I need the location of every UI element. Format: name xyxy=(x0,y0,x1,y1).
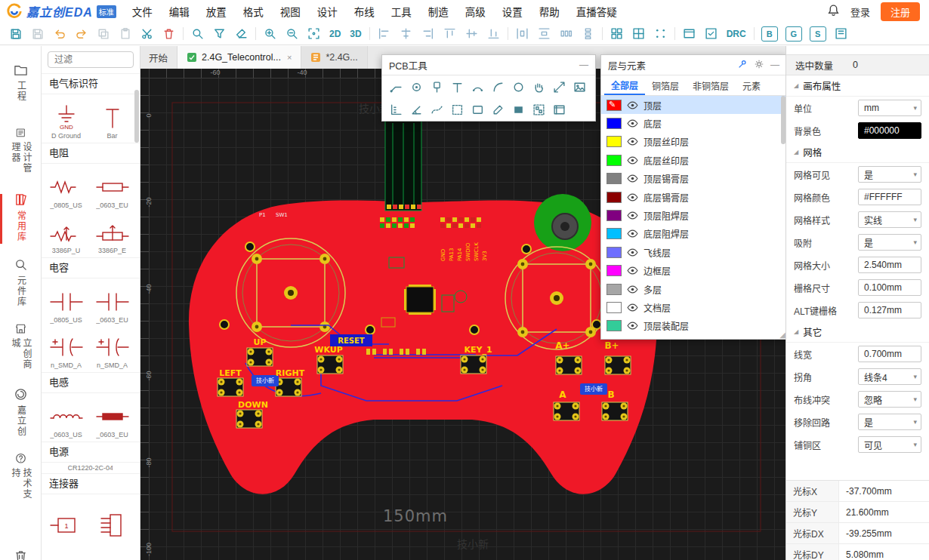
panelize-icon[interactable] xyxy=(678,25,700,43)
visibility-eye-icon[interactable] xyxy=(627,211,638,220)
grid-size-input[interactable]: 2.540mm xyxy=(858,257,921,273)
layer-row[interactable]: 顶层锡膏层 xyxy=(601,170,786,188)
group-title-electrical-symbols[interactable]: 电气标识符 xyxy=(42,73,140,94)
library-item-connector-multi[interactable] xyxy=(89,496,135,541)
unit-select[interactable]: mm▾ xyxy=(858,100,921,116)
alt-snap-input[interactable]: 0.127mm xyxy=(858,302,921,318)
layer-color-swatch[interactable] xyxy=(606,265,622,276)
zoom-fit-icon[interactable] xyxy=(303,25,325,43)
align-middle-icon[interactable] xyxy=(461,25,483,43)
copy-icon[interactable] xyxy=(92,25,114,43)
visibility-eye-icon[interactable] xyxy=(627,285,638,294)
grid-visible-select[interactable]: 是▾ xyxy=(858,166,921,183)
zoom-in-icon[interactable] xyxy=(259,25,281,43)
remove-loop-select[interactable]: 是▾ xyxy=(858,414,921,430)
cut-icon[interactable] xyxy=(136,25,158,43)
spline-tool-icon[interactable] xyxy=(427,100,447,118)
visibility-eye-icon[interactable] xyxy=(627,156,638,165)
view-3d-button[interactable]: 3D xyxy=(345,29,366,39)
redo-icon[interactable] xyxy=(70,25,92,43)
layer-color-swatch[interactable] xyxy=(606,228,622,239)
visibility-eye-icon[interactable] xyxy=(627,137,638,146)
visibility-eye-icon[interactable] xyxy=(627,174,638,183)
layer-row[interactable]: 飞线层 xyxy=(601,243,786,261)
frame-tool-icon[interactable] xyxy=(549,100,569,118)
register-button[interactable]: 注册 xyxy=(881,2,920,21)
search-icon[interactable] xyxy=(187,25,208,43)
corner-select[interactable]: 线条4▾ xyxy=(858,368,921,385)
menu-format[interactable]: 格式 xyxy=(235,4,272,19)
resize-grip-icon[interactable]: ◢ xyxy=(779,331,785,339)
layer-color-swatch[interactable] xyxy=(606,284,622,295)
pcb-tools-header[interactable]: PCB工具 — xyxy=(382,55,595,75)
group-title-capacitors[interactable]: 电容 xyxy=(42,257,140,278)
zoom-out-icon[interactable] xyxy=(281,25,303,43)
visibility-eye-icon[interactable] xyxy=(627,248,638,257)
group-tool-icon[interactable] xyxy=(529,100,549,118)
snap-size-input[interactable]: 0.100mm xyxy=(858,279,921,296)
library-item-inductor-eu[interactable]: _0603_EU xyxy=(89,395,135,440)
library-item-potentiometer-eu[interactable]: 3386P_E xyxy=(89,211,135,256)
dot-grid-icon[interactable] xyxy=(650,25,671,43)
layer-color-swatch[interactable] xyxy=(606,320,622,331)
login-link[interactable]: 登录 xyxy=(850,5,870,19)
solid-region-tool-icon[interactable] xyxy=(508,100,529,118)
menu-tools[interactable]: 工具 xyxy=(383,4,420,19)
tab-schematic-doc[interactable]: 2.4G_Telecontrol... × xyxy=(177,46,301,69)
group-title-connectors[interactable]: 连接器 xyxy=(42,473,140,494)
minimize-icon[interactable]: — xyxy=(579,60,588,70)
visibility-eye-icon[interactable] xyxy=(627,101,638,109)
layer-row[interactable]: 底层 xyxy=(601,114,786,132)
rect-tool-icon[interactable] xyxy=(468,100,488,118)
antenna-keepout-circle[interactable] xyxy=(534,194,591,251)
menu-settings[interactable]: 设置 xyxy=(494,4,531,19)
drc-check-button[interactable]: DRC xyxy=(700,25,751,43)
app-logo[interactable]: 嘉立创EDA 标准 xyxy=(0,2,124,20)
visibility-eye-icon[interactable] xyxy=(627,119,638,128)
route-conflict-select[interactable]: 忽略▾ xyxy=(858,391,921,408)
gear-icon[interactable] xyxy=(754,59,764,72)
group-title-power[interactable]: 电源 xyxy=(42,442,140,463)
section-canvas-attrs[interactable]: ◢ 画布属性 xyxy=(786,75,929,97)
section-other[interactable]: ◢ 其它 xyxy=(786,322,929,343)
group-title-resistors[interactable]: 电阻 xyxy=(42,143,140,164)
sidebar-item-recycle-bin[interactable]: 回收站 xyxy=(0,546,42,560)
layer-color-swatch[interactable] xyxy=(606,210,622,221)
bom-export-icon[interactable]: B xyxy=(761,26,778,42)
pin-icon[interactable] xyxy=(737,59,748,72)
layers-panel-header[interactable]: 层与元素 — xyxy=(601,55,786,75)
pan-hand-tool-icon[interactable] xyxy=(529,78,549,96)
visibility-eye-icon[interactable] xyxy=(627,322,638,330)
library-item-capacitor[interactable]: _0603_EU xyxy=(89,280,135,325)
visibility-eye-icon[interactable] xyxy=(627,229,638,238)
circle-tool-icon[interactable] xyxy=(508,78,529,96)
via-tool-icon[interactable] xyxy=(406,78,427,96)
layer-row[interactable]: 边框层 xyxy=(601,262,786,280)
library-item-connector-1pin[interactable]: 1 xyxy=(43,496,89,541)
schematic-export-icon[interactable]: S xyxy=(810,26,826,42)
space-equal-h-icon[interactable] xyxy=(555,25,577,43)
eraser-icon[interactable] xyxy=(230,25,252,43)
rf-module[interactable] xyxy=(385,118,421,211)
layer-row[interactable]: 顶层阻焊层 xyxy=(601,206,786,224)
copper-area-tool-icon[interactable] xyxy=(447,100,468,118)
layer-row[interactable]: 底层阻焊层 xyxy=(601,225,786,243)
layer-row[interactable]: ✎ 顶层 xyxy=(601,96,786,114)
pad-tool-icon[interactable] xyxy=(427,78,447,96)
align-top-icon[interactable] xyxy=(439,25,461,43)
tab-copper-layers[interactable]: 铜箔层 xyxy=(645,75,686,95)
undo-icon[interactable] xyxy=(48,25,70,43)
arc-center-tool-icon[interactable] xyxy=(488,78,508,96)
layer-color-swatch[interactable] xyxy=(606,302,622,313)
notification-bell-icon[interactable] xyxy=(827,4,840,19)
paste-icon[interactable] xyxy=(114,25,136,43)
menu-advanced[interactable]: 高级 xyxy=(457,4,494,19)
visibility-eye-icon[interactable] xyxy=(627,266,638,275)
library-item-resistor-eu[interactable]: _0603_EU xyxy=(89,165,135,211)
layer-color-swatch[interactable] xyxy=(606,192,622,203)
image-tool-icon[interactable] xyxy=(569,78,590,96)
minimize-icon[interactable]: — xyxy=(770,60,779,70)
angle-measure-tool-icon[interactable] xyxy=(406,100,427,118)
library-item-gnd[interactable]: GND D Ground xyxy=(43,96,89,141)
library-item-resistor-us[interactable]: _0805_US xyxy=(43,165,89,211)
